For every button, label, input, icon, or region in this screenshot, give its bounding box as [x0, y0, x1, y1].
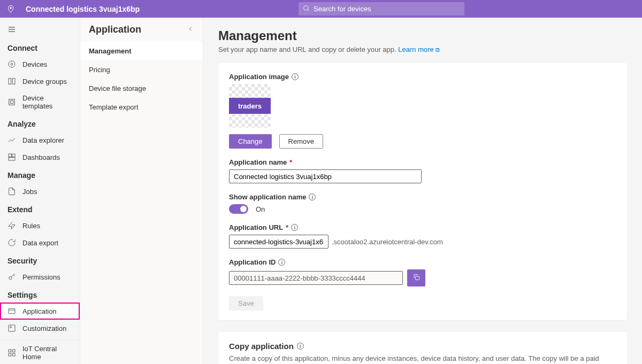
save-button: Save [229, 296, 263, 311]
svg-rect-8 [9, 79, 11, 84]
toggle-state-label: On [256, 205, 265, 213]
info-icon[interactable]: i [278, 259, 285, 266]
chevron-left-icon[interactable] [187, 24, 194, 35]
data-explorer-icon [7, 136, 16, 144]
search-input[interactable] [299, 2, 464, 16]
nav-item-data-explorer[interactable]: Data explorer [0, 131, 80, 149]
svg-point-19 [10, 327, 12, 328]
external-link-icon: ⧉ [435, 47, 440, 53]
customization-icon [7, 324, 16, 332]
info-icon[interactable]: i [292, 73, 299, 80]
nav-item-jobs[interactable]: Jobs [0, 183, 80, 200]
nav-label: Device groups [22, 78, 67, 86]
nav-rail: Connect Devices Device groups Device tem… [0, 18, 80, 364]
svg-rect-18 [9, 325, 15, 331]
app-image-preview: traders [229, 84, 271, 128]
subnav-title: Application [89, 24, 141, 35]
svg-rect-22 [9, 353, 11, 356]
info-icon[interactable]: i [297, 343, 304, 350]
application-icon [7, 307, 16, 315]
location-pin-icon [6, 5, 15, 13]
page-subhead: Set your app name and URL and copy or de… [218, 45, 627, 53]
svg-point-0 [10, 7, 11, 9]
nav-label: Rules [22, 222, 40, 230]
main-content: Management Set your app name and URL and… [203, 18, 642, 364]
svg-rect-21 [12, 350, 15, 352]
nav-item-devices[interactable]: Devices [0, 56, 80, 73]
nav-label: Permissions [22, 273, 60, 281]
svg-rect-11 [10, 100, 13, 103]
nav-section-extend: Extend [0, 200, 80, 217]
svg-point-6 [9, 61, 15, 67]
nav-label: Customization [22, 324, 66, 332]
device-templates-icon [7, 98, 16, 106]
show-name-toggle[interactable] [229, 204, 248, 214]
app-image-label: Application image i [229, 73, 616, 81]
nav-item-permissions[interactable]: Permissions [0, 268, 80, 285]
svg-rect-10 [9, 99, 15, 105]
copy-icon [412, 273, 421, 283]
subnav-item-management[interactable]: Management [80, 42, 203, 60]
learn-more-link[interactable]: Learn more ⧉ [398, 45, 440, 53]
subnav-item-storage[interactable]: Device file storage [80, 79, 203, 98]
svg-point-15 [9, 276, 12, 279]
management-card: Application image i traders Change Remov… [218, 63, 627, 320]
nav-label: Jobs [22, 188, 37, 196]
app-id-label: Application ID i [229, 258, 616, 266]
dashboards-icon [7, 153, 16, 161]
nav-label: IoT Central Home [22, 345, 72, 361]
svg-rect-24 [415, 276, 419, 280]
page-title: Management [218, 28, 627, 43]
remove-button[interactable]: Remove [279, 134, 323, 149]
copy-id-button[interactable] [407, 269, 425, 286]
search-icon [303, 5, 310, 14]
hamburger-icon[interactable] [0, 22, 80, 38]
app-url-label: Application URL* i [229, 223, 616, 231]
url-suffix: .scootaloo2.azureiotcentral-dev.com [332, 238, 443, 246]
svg-rect-16 [9, 308, 15, 313]
nav-label: Data explorer [22, 136, 64, 144]
nav-item-dashboards[interactable]: Dashboards [0, 149, 80, 166]
app-name-input[interactable] [229, 169, 422, 183]
nav-item-application[interactable]: Application [0, 303, 80, 320]
app-name-label: Application name* [229, 158, 616, 166]
svg-rect-23 [12, 353, 15, 356]
copy-card-title: Copy application i [229, 342, 616, 351]
nav-section-settings: Settings [0, 285, 80, 303]
svg-rect-14 [9, 158, 15, 160]
subnav-item-pricing[interactable]: Pricing [80, 60, 203, 79]
nav-label: Dashboards [22, 153, 60, 161]
nav-item-customization[interactable]: Customization [0, 320, 80, 337]
show-name-label: Show application name i [229, 193, 616, 201]
rules-icon [7, 221, 16, 230]
search-wrap [299, 2, 464, 16]
nav-label: Data export [22, 239, 58, 247]
subnav: Application Management Pricing Device fi… [80, 18, 203, 364]
app-url-input[interactable] [229, 235, 328, 249]
nav-item-rules[interactable]: Rules [0, 217, 80, 234]
svg-rect-9 [12, 79, 15, 84]
svg-rect-13 [12, 154, 15, 157]
nav-section-security: Security [0, 251, 80, 268]
svg-line-2 [308, 10, 309, 11]
info-icon[interactable]: i [291, 224, 298, 231]
svg-point-7 [11, 63, 13, 65]
nav-item-iot-central-home[interactable]: IoT Central Home [0, 340, 80, 364]
copy-card-desc: Create a copy of this application, minus… [229, 354, 616, 364]
nav-item-device-groups[interactable]: Device groups [0, 73, 80, 90]
jobs-icon [7, 187, 16, 196]
change-button[interactable]: Change [229, 134, 272, 149]
subnav-item-export[interactable]: Template export [80, 98, 203, 117]
nav-item-device-templates[interactable]: Device templates [0, 90, 80, 114]
svg-rect-20 [9, 350, 11, 352]
nav-label: Device templates [22, 94, 72, 110]
devices-icon [7, 60, 16, 68]
app-id-input[interactable] [229, 271, 403, 285]
nav-label: Devices [22, 60, 47, 68]
nav-item-data-export[interactable]: Data export [0, 234, 80, 251]
info-icon[interactable]: i [309, 193, 316, 200]
nav-section-analyze: Analyze [0, 114, 80, 131]
device-groups-icon [7, 77, 16, 86]
permissions-icon [7, 273, 16, 281]
brand-logo: traders [229, 98, 271, 114]
